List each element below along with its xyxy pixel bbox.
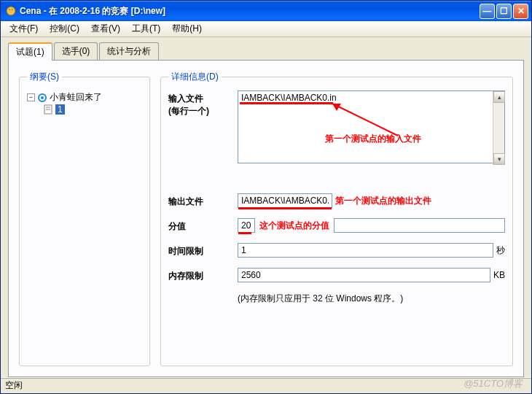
- status-text: 空闲: [5, 379, 23, 392]
- maximize-button[interactable]: ☐: [496, 4, 512, 19]
- output-file-label: 输出文件: [168, 193, 238, 208]
- detail-group: 详细信息(D) 输入文件 (每行一个) IAMBACK\IAMBACK0.in …: [160, 71, 513, 366]
- time-limit-label: 时间限制: [168, 243, 238, 258]
- document-icon: [43, 104, 53, 115]
- outline-group: 纲要(S) − 小青蛙回来了 1: [19, 71, 150, 366]
- time-suffix: 秒: [496, 244, 505, 257]
- mem-limit-field[interactable]: [238, 268, 490, 282]
- menu-tools[interactable]: 工具(T): [126, 21, 166, 36]
- tab-strip: 试题(1) 选手(0) 统计与分析: [8, 42, 524, 60]
- tab-players[interactable]: 选手(0): [54, 42, 98, 60]
- app-icon: [5, 5, 17, 17]
- output-file-field[interactable]: [238, 193, 332, 208]
- mem-note: (内存限制只应用于 32 位 Windows 程序。): [238, 293, 505, 305]
- tab-stats[interactable]: 统计与分析: [99, 42, 159, 60]
- menu-help[interactable]: 帮助(H): [166, 21, 208, 36]
- tree-root-row[interactable]: − 小青蛙回来了: [27, 90, 142, 104]
- minimize-button[interactable]: —: [480, 4, 495, 19]
- svg-point-4: [41, 96, 44, 99]
- titlebar[interactable]: Cena - 在 2008-2-16 的竞赛 [D:\new] — ☐ ✕: [1, 1, 531, 21]
- input-file-field[interactable]: IAMBACK\IAMBACK0.in: [238, 90, 505, 163]
- tree-child-label: 1: [55, 104, 65, 115]
- menu-file[interactable]: 文件(F): [4, 21, 44, 36]
- window-title: Cena - 在 2008-2-16 的竞赛 [D:\new]: [20, 5, 480, 18]
- svg-point-2: [12, 9, 13, 10]
- time-limit-field[interactable]: [238, 243, 493, 258]
- tree-collapse-icon[interactable]: −: [27, 93, 35, 101]
- menubar: 文件(F) 控制(C) 查看(V) 工具(T) 帮助(H): [1, 21, 531, 37]
- close-button[interactable]: ✕: [513, 4, 528, 19]
- app-window: Cena - 在 2008-2-16 的竞赛 [D:\new] — ☐ ✕ 文件…: [0, 0, 532, 394]
- detail-legend: 详细信息(D): [168, 71, 222, 83]
- gear-icon: [37, 93, 47, 103]
- svg-point-0: [7, 7, 15, 15]
- scroll-down-icon[interactable]: ▾: [493, 153, 505, 165]
- tab-panel: 纲要(S) − 小青蛙回来了 1 详细信息(D): [8, 60, 524, 377]
- tab-problems[interactable]: 试题(1): [8, 42, 52, 61]
- menu-control[interactable]: 控制(C): [44, 21, 85, 36]
- content-area: 试题(1) 选手(0) 统计与分析 纲要(S) − 小青蛙回来了 1: [1, 37, 531, 377]
- score-field[interactable]: [238, 218, 255, 233]
- tree-view[interactable]: − 小青蛙回来了 1: [27, 90, 142, 115]
- mem-limit-label: 内存限制: [168, 268, 238, 282]
- tree-root-label: 小青蛙回来了: [50, 91, 102, 104]
- annotation-score: 这个测试点的分值: [259, 220, 329, 232]
- menu-view[interactable]: 查看(V): [85, 21, 126, 36]
- annotation-output: 第一个测试点的输出文件: [335, 195, 431, 207]
- input-file-label: 输入文件 (每行一个): [168, 90, 238, 117]
- outline-legend: 纲要(S): [27, 71, 62, 83]
- statusbar: 空闲: [1, 377, 531, 393]
- score-label: 分值: [168, 218, 238, 233]
- svg-point-1: [9, 9, 10, 10]
- scroll-up-icon[interactable]: ▴: [493, 91, 505, 103]
- scrollbar[interactable]: ▴ ▾: [493, 91, 504, 165]
- tree-child-row[interactable]: 1: [43, 104, 142, 115]
- mem-suffix: KB: [493, 270, 505, 280]
